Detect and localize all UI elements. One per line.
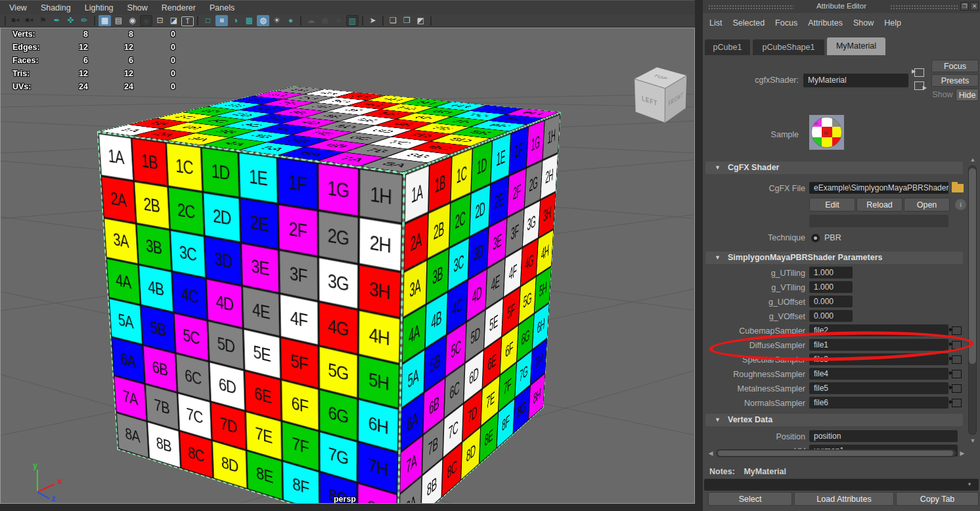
menu-shading[interactable]: Shading: [41, 3, 71, 12]
normalssampler-field[interactable]: file6: [809, 397, 948, 409]
presets-button[interactable]: Presets: [931, 74, 979, 87]
normalssampler-connect-icon[interactable]: [952, 399, 962, 407]
checker-sphere-icon[interactable]: ◍: [257, 15, 269, 26]
edit-button[interactable]: Edit: [809, 198, 855, 211]
ae-menu-selected[interactable]: Selected: [732, 18, 765, 28]
technique-radio[interactable]: [811, 234, 820, 242]
select-button[interactable]: Select: [708, 492, 792, 506]
metalnesssampler-field[interactable]: file5: [809, 382, 948, 394]
g_utiling-field[interactable]: 1.000: [809, 267, 853, 278]
tab-mymaterial[interactable]: MyMaterial: [827, 37, 885, 55]
output-connection-icon[interactable]: [914, 81, 924, 90]
diffusesampler-field[interactable]: file1: [809, 339, 948, 351]
tab-pcube1[interactable]: pCube1: [705, 39, 750, 55]
input-connection-icon[interactable]: [914, 68, 924, 77]
menu-renderer[interactable]: Renderer: [162, 3, 196, 12]
dashed-region-icon[interactable]: ⊡: [154, 15, 166, 26]
section-shader-parameters[interactable]: SimplygonMayaPBRShader Parameters: [705, 252, 963, 264]
ae-menu-help[interactable]: Help: [884, 18, 901, 28]
section-vertex-data[interactable]: Vertex Data: [705, 414, 963, 426]
bookmark-icon[interactable]: ⚑: [37, 15, 49, 26]
uv-move-icon[interactable]: ✜: [64, 15, 77, 26]
ae-menu-show[interactable]: Show: [853, 18, 874, 28]
roughnesssampler-connect-icon[interactable]: [952, 370, 962, 378]
rings-icon[interactable]: ◎: [319, 15, 331, 26]
camera-name-label: persp: [315, 495, 375, 504]
g_vtiling-field[interactable]: 1.000: [809, 281, 853, 293]
section-cgfx-shader[interactable]: CgFX Shader: [705, 162, 963, 174]
pencil-icon[interactable]: ✏: [78, 15, 91, 26]
metalnesssampler-connect-icon[interactable]: [952, 384, 962, 393]
g_voffset-field[interactable]: 0.000: [809, 310, 853, 322]
uv-snapshot-icon[interactable]: ◩: [414, 15, 427, 26]
texture-box-icon[interactable]: ▨: [346, 15, 359, 26]
float-panel-icon[interactable]: ❐: [960, 2, 969, 11]
roughnesssampler-field[interactable]: file4: [809, 368, 948, 380]
perspective-viewport[interactable]: Verts:880Edges:12120Faces:660Tris:12120U…: [0, 28, 695, 504]
ae-menu-focus[interactable]: Focus: [775, 18, 797, 28]
position-field[interactable]: position: [809, 430, 958, 442]
menu-lighting[interactable]: Lighting: [85, 3, 114, 12]
ring-icon[interactable]: ○: [332, 15, 345, 26]
cubemapsampler-connect-icon[interactable]: [952, 326, 962, 335]
wireframe-cube-icon[interactable]: □: [202, 15, 214, 26]
scroll-up-icon[interactable]: ▲: [968, 156, 977, 163]
resize-grip-icon[interactable]: ▼: [967, 481, 972, 487]
ae-menu-attributes[interactable]: Attributes: [808, 18, 843, 28]
scroll-down-icon[interactable]: ▼: [968, 437, 977, 444]
shaded-cube-icon[interactable]: ■: [215, 15, 228, 26]
tab-pcubeshape1[interactable]: pCubeShape1: [753, 39, 824, 55]
copy-uv-icon[interactable]: ❏: [387, 15, 399, 26]
camera-aim-icon[interactable]: ◼◄: [23, 15, 35, 26]
camera-icon[interactable]: ◼◄: [9, 15, 22, 26]
text-tool-icon[interactable]: T: [181, 16, 194, 26]
open-button[interactable]: Open: [904, 198, 950, 211]
uv-cell-1A: 1A: [99, 133, 134, 181]
show-button[interactable]: Show: [931, 89, 954, 101]
render-region-icon[interactable]: ◉: [140, 15, 152, 26]
sample-label: Sample: [696, 129, 799, 141]
select-cursor-icon[interactable]: ➤: [367, 15, 379, 26]
flat-shade-icon[interactable]: ◑: [229, 15, 242, 26]
textured-cube-icon[interactable]: ▩: [243, 15, 256, 26]
scroll-left-icon[interactable]: ◀: [706, 450, 715, 456]
copy-tab-button[interactable]: Copy Tab: [896, 492, 979, 506]
notes-field[interactable]: [704, 479, 979, 491]
cubemapsampler-field[interactable]: file2: [809, 324, 948, 336]
horizontal-scrollbar-thumb[interactable]: [718, 451, 953, 456]
filmstrip-icon[interactable]: ▤: [112, 15, 125, 26]
cube-right-face[interactable]: 1A1B1C1D1E1F1G1H2A2B2C2D2E2F2G2H3A3B3C3D…: [398, 112, 561, 504]
light-icon[interactable]: ☀: [271, 15, 283, 26]
menu-panels[interactable]: Panels: [210, 3, 234, 12]
material-sample-swatch[interactable]: 4F 5F: [809, 115, 844, 150]
quill-icon[interactable]: ✒: [51, 15, 63, 26]
diffusesampler-connect-icon[interactable]: [952, 341, 962, 349]
ghost-icon[interactable]: ☁: [305, 15, 317, 26]
hide-button[interactable]: Hide: [956, 89, 979, 101]
reload-button[interactable]: Reload: [857, 198, 902, 211]
ae-menu-list[interactable]: List: [709, 18, 722, 28]
g_utiling-label: g_UTiling: [703, 267, 805, 280]
close-panel-icon[interactable]: ✕: [970, 2, 979, 11]
specularsampler-connect-icon[interactable]: [952, 355, 962, 364]
paste-uv-icon[interactable]: ❐: [401, 15, 413, 26]
g_uoffset-field[interactable]: 0.000: [809, 296, 853, 307]
vertical-scrollbar-thumb[interactable]: [969, 168, 976, 364]
cgfx-file-field[interactable]: eExample\SimplygonMayaPBRShader.fx: [809, 182, 948, 194]
scroll-right-icon[interactable]: ▶: [958, 450, 967, 456]
load-attributes-button[interactable]: Load Attributes: [794, 492, 894, 506]
grid-icon[interactable]: ▦: [99, 15, 111, 26]
info-icon[interactable]: i: [955, 199, 966, 210]
position-label: Position: [703, 431, 805, 443]
specularsampler-field[interactable]: file3: [809, 353, 948, 365]
cube-front-face[interactable]: 1A1B1C1D1E1F1G1H2A2B2C2D2E2F2G2H3A3B3C3D…: [97, 131, 405, 504]
attribute-editor-titlebar[interactable]: Attribute Editor ❐ ✕: [703, 0, 980, 13]
render-globe-icon[interactable]: ◉: [126, 15, 139, 26]
paint-sphere-icon[interactable]: ●: [284, 15, 297, 26]
menu-show[interactable]: Show: [127, 3, 148, 12]
browse-folder-icon[interactable]: [952, 184, 964, 192]
menu-view[interactable]: View: [9, 3, 27, 12]
focus-button[interactable]: Focus: [931, 60, 979, 72]
image-plane-icon[interactable]: ◪: [167, 15, 180, 26]
shader-name-field[interactable]: MyMaterial: [803, 74, 908, 87]
